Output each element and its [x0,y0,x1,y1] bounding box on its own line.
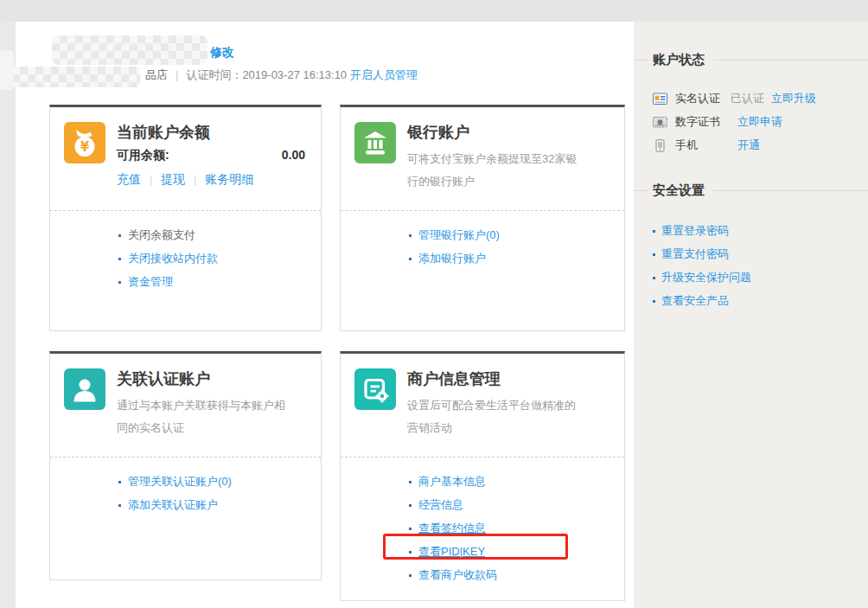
card-merchant-title: 商户信息管理 [407,368,612,389]
merchant-basic-info-link[interactable]: 商户基本信息 [418,475,624,489]
card-bank-header: 银行账户 可将支付宝账户余额提现至32家银行的银行账户 [341,107,624,211]
redacted-blur-edge [0,50,14,90]
card-bank-title: 银行账户 [407,122,612,143]
account-subline: 品店|认证时间：2019-03-27 16:13:10 开启人员管理 [145,67,418,83]
phone-label: 手机 [675,138,731,153]
card-linked-desc: 通过与本账户关联获得与本账户相同的实名认证 [117,394,294,439]
shop-name-suffix: 品店 [145,68,168,81]
status-row-phone: 手机 开通 [653,138,868,152]
available-balance-label: 可用余额: [117,148,169,163]
right-sidebar: 账户状态 实名认证 已认证 立即升级 数字证书 立即申请 [634,22,868,608]
card-balance: ¥ 当前账户余额 可用余额: 0.00 充值|提现|账务明细 关闭余额支付 关闭… [49,105,322,331]
certificate-label: 数字证书 [675,114,731,130]
account-detail-link[interactable]: 账务明细 [205,172,253,186]
card-linked-header: 关联认证账户 通过与本账户关联获得与本账户相同的实名认证 [50,354,321,458]
fund-management-link[interactable]: 资金管理 [128,275,321,289]
redacted-account-name [52,35,207,65]
card-bank: 银行账户 可将支付宝账户余额提现至32家银行的银行账户 管理银行账户(0) 添加… [340,105,625,331]
person-icon [64,368,105,410]
account-status-heading: 账户状态 [634,52,868,67]
view-merchant-qr-link[interactable]: 查看商户收款码 [418,568,624,582]
card-linked-title: 关联认证账户 [117,368,309,389]
business-info-link[interactable]: 经营信息 [418,498,624,512]
subline-divider: | [176,68,178,81]
staff-management-link[interactable]: 开启人员管理 [350,68,418,81]
certificate-icon [653,116,667,129]
cards-grid: ¥ 当前账户余额 可用余额: 0.00 充值|提现|账务明细 关闭余额支付 关闭… [49,105,625,601]
withdraw-link[interactable]: 提现 [161,172,185,186]
id-card-icon [653,93,667,106]
manage-bank-account-link[interactable]: 管理银行账户(0) [418,228,624,242]
upgrade-now-link[interactable]: 立即升级 [771,91,816,106]
money-bag-icon: ¥ [64,122,105,163]
security-links: 重置登录密码 重置支付密码 升级安全保护问题 查看安全产品 [661,224,868,308]
view-pid-key-link[interactable]: 查看PID|KEY [418,545,624,559]
view-security-products-link[interactable]: 查看安全产品 [661,294,868,308]
reset-pay-password-link[interactable]: 重置支付密码 [661,247,868,261]
view-contract-info-link[interactable]: 查看签约信息 [418,522,624,535]
card-balance-header: ¥ 当前账户余额 可用余额: 0.00 充值|提现|账务明细 [50,107,321,211]
quick-separator: | [150,174,152,186]
bank-icon [354,122,396,163]
add-bank-account-link[interactable]: 添加银行账户 [418,252,624,266]
document-gear-icon [354,368,396,410]
realname-label: 实名认证 [675,91,731,106]
left-gray-strip [0,22,16,608]
upgrade-security-question-link[interactable]: 升级安全保护问题 [661,271,868,285]
activate-link[interactable]: 开通 [737,138,760,153]
svg-text:¥: ¥ [80,139,90,155]
card-balance-title: 当前账户余额 [117,122,309,143]
phone-icon [653,139,667,152]
status-row-certificate: 数字证书 立即申请 [653,115,868,129]
quick-separator: | [194,174,196,186]
security-settings-heading: 安全设置 [634,182,868,198]
recharge-link[interactable]: 充值 [117,172,141,186]
add-linked-account-link[interactable]: 添加关联认证账户 [128,498,321,512]
apply-now-link[interactable]: 立即申请 [737,114,782,130]
cert-time-value: 2019-03-27 16:13:10 [242,68,347,81]
close-onsite-pay-link[interactable]: 关闭接收站内付款 [128,252,321,266]
cert-time-label: 认证时间： [186,68,242,81]
account-status-list: 实名认证 已认证 立即升级 数字证书 立即申请 手机 开通 [653,92,868,152]
modify-link[interactable]: 修改 [210,45,234,61]
available-balance-value: 0.00 [282,148,305,163]
card-bank-desc: 可将支付宝账户余额提现至32家银行的银行账户 [407,148,584,193]
card-merchant-desc: 设置后可配合爱生活平台做精准的营销活动 [407,394,584,439]
redacted-shop-name [12,67,140,87]
card-linked-accounts: 关联认证账户 通过与本账户关联获得与本账户相同的实名认证 管理关联认证账户(0)… [49,351,322,580]
status-row-realname: 实名认证 已认证 立即升级 [653,92,868,106]
top-gray-bar [0,0,868,22]
manage-linked-account-link[interactable]: 管理关联认证账户(0) [128,475,321,489]
close-balance-pay-item[interactable]: 关闭余额支付 [128,228,321,242]
main-content: 修改 品店|认证时间：2019-03-27 16:13:10 开启人员管理 ¥ … [16,22,634,608]
card-merchant-header: 商户信息管理 设置后可配合爱生活平台做精准的营销活动 [341,354,624,458]
realname-status: 已认证 [731,91,764,106]
card-merchant-info: 商户信息管理 设置后可配合爱生活平台做精准的营销活动 商户基本信息 经营信息 查… [340,351,625,601]
reset-login-password-link[interactable]: 重置登录密码 [661,224,868,238]
